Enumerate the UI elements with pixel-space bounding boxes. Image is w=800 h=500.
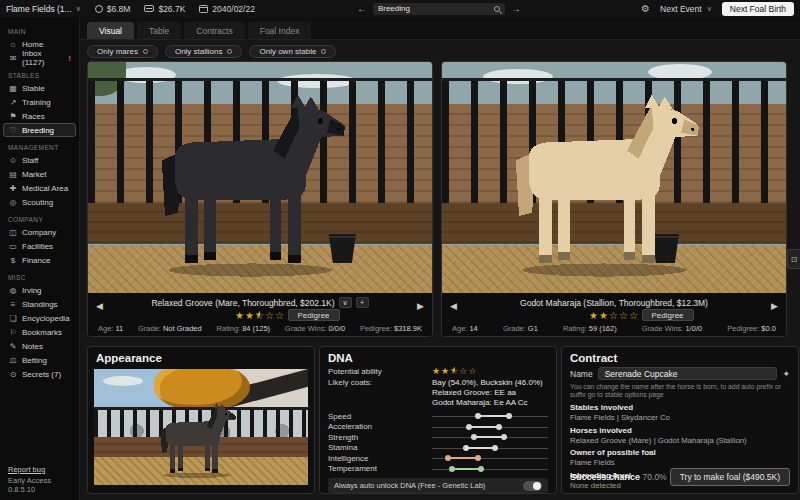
stat-age: Age:14	[452, 324, 478, 333]
sidebar-item-finance[interactable]: $Finance	[3, 253, 76, 267]
filter-toggle-icon	[143, 49, 148, 54]
sidebar-item-medical-area[interactable]: ✚Medical Area	[3, 181, 76, 195]
horse-name-row: Relaxed Groove (Mare, Thoroughbred, $202…	[88, 296, 432, 309]
foal-sprite	[147, 399, 255, 480]
sidebar-item-label: Scouting	[22, 198, 53, 207]
stable-selector[interactable]: Flame Fields (1... ∨	[6, 4, 81, 14]
stat-grade: Grade:Not Graded	[138, 324, 202, 333]
search-icon	[494, 6, 500, 12]
filter-only-mares[interactable]: Only mares	[87, 45, 158, 58]
auto-unlock-toggle[interactable]	[523, 481, 542, 491]
horse-caption: ◀ ▶ Relaxed Groove (Mare, Thoroughbred, …	[88, 293, 432, 336]
next-foal-birth-button[interactable]: Next Foal Birth	[722, 2, 794, 16]
wallet-icon	[144, 5, 154, 12]
horse-scene	[88, 62, 432, 293]
inbox-alert-badge: !	[68, 54, 71, 63]
search-area: ← Breeding →	[357, 3, 521, 15]
inbox-icon: ✉	[8, 54, 18, 63]
standings-icon: ≡	[8, 300, 18, 309]
sidebar-item-inbox-1127[interactable]: ✉Inbox (1127)!	[3, 51, 76, 65]
slider-dot-max	[501, 434, 507, 440]
sidebar-item-label: Secrets (7)	[22, 370, 61, 379]
settings-gear-icon[interactable]: ⚙	[641, 3, 650, 14]
filter-only-stallions[interactable]: Only stallions	[165, 45, 243, 58]
sidebar-item-breeding[interactable]: ♡Breeding	[3, 123, 76, 137]
horse-stats: Age:11Grade:Not GradedRating:84 (125)Gra…	[88, 322, 432, 333]
side-panel-toggle-button[interactable]: ⊡	[787, 249, 800, 269]
tab-contracts[interactable]: Contracts	[184, 22, 244, 39]
market-icon: ▤	[8, 170, 18, 179]
horse-caption: ◀ ▶ Godot Maharaja (Stallion, Thoroughbr…	[442, 293, 786, 336]
dna-slider-acceleration: Acceleration	[328, 422, 548, 433]
success-chance-label: Success chance 70.0%	[570, 472, 667, 482]
slider-track	[432, 453, 548, 463]
success-chance-value: 70.0%	[643, 472, 667, 482]
sidebar-item-label: Encyclopedia	[22, 314, 70, 323]
go-button[interactable]: →	[511, 4, 521, 14]
sidebar-item-label: Training	[22, 98, 51, 107]
slider-dot-min	[466, 424, 472, 430]
sidebar-item-stable[interactable]: ▦Stable	[3, 81, 76, 95]
sidebar-item-scouting[interactable]: ◎Scouting	[3, 195, 76, 209]
sidebar-item-label: Betting	[22, 356, 47, 365]
potential-ability-row: Potential ability ★★☆★☆☆	[328, 367, 548, 376]
sidebar-item-label: Staff	[22, 156, 38, 165]
training-icon: ↗	[8, 98, 18, 107]
horse-stats: Age:14Grade:G1Rating:59 (162)Grade Wins:…	[442, 322, 786, 333]
try-make-foal-button[interactable]: Try to make foal ($490.5K)	[670, 468, 790, 486]
random-name-icon[interactable]: ✦	[782, 369, 790, 379]
horses-involved-label: Horses involved	[570, 426, 790, 435]
calendar-icon	[199, 5, 208, 13]
sidebar-item-bookmarks[interactable]: ⚐Bookmarks	[3, 325, 76, 339]
sidebar-item-betting[interactable]: ⚖Betting	[3, 353, 76, 367]
app-window: Flame Fields (1... ∨ $6.8M $26.7K 2040/0…	[0, 0, 800, 500]
report-bug-link[interactable]: Report bug	[8, 465, 79, 474]
slider-dot-max	[506, 413, 512, 419]
coat-line: Relaxed Groove: EE aa	[432, 388, 543, 398]
staff-icon: ☺	[8, 156, 18, 165]
contract-title: Contract	[570, 347, 790, 367]
pedigree-button[interactable]: Pedigree	[642, 309, 694, 321]
filter-only-own-stable[interactable]: Only own stable	[249, 45, 336, 58]
horse-name-row: Godot Maharaja (Stallion, Thoroughbred, …	[442, 296, 786, 309]
slider-dot-max	[496, 424, 502, 430]
horse-dropdown-button[interactable]: ∨	[339, 297, 352, 308]
foal-name-value: Serenade Cupcake	[605, 369, 678, 379]
filter-bar: Only maresOnly stallionsOnly own stable	[87, 45, 336, 58]
sidebar-item-staff[interactable]: ☺Staff	[3, 153, 76, 167]
slider-label: Stamina	[328, 443, 432, 452]
sidebar-item-market[interactable]: ▤Market	[3, 167, 76, 181]
sidebar-section-title: STABLES	[8, 72, 76, 79]
sidebar-nav: MAIN⌂Home✉Inbox (1127)!STABLES▦Stable↗Tr…	[3, 28, 76, 381]
tab-visual[interactable]: Visual	[87, 22, 134, 39]
sidebar-item-facilities[interactable]: ▭Facilities	[3, 239, 76, 253]
likely-coats-row: Likely coats: Bay (54.0%), Buckskin (46.…	[328, 378, 548, 408]
search-input[interactable]: Breeding	[378, 4, 490, 13]
stat-grade: Grade:G1	[503, 324, 538, 333]
appearance-title: Appearance	[88, 347, 314, 367]
add-horse-button[interactable]: +	[356, 297, 369, 308]
sidebar-item-races[interactable]: ⚑Races	[3, 109, 76, 123]
dna-slider-intelligence: Intelligence	[328, 453, 548, 464]
search-box[interactable]: Breeding	[373, 3, 505, 15]
foal-name-input[interactable]: Serenade Cupcake	[598, 367, 778, 380]
tab-table[interactable]: Table	[137, 22, 181, 39]
sidebar-item-secrets-7[interactable]: ⊙Secrets (7)	[3, 367, 76, 381]
sidebar-item-training[interactable]: ↗Training	[3, 95, 76, 109]
sidebar-item-standings[interactable]: ≡Standings	[3, 297, 76, 311]
tab-foal-index[interactable]: Foal Index	[248, 22, 312, 39]
sidebar-item-notes[interactable]: ✎Notes	[3, 339, 76, 353]
next-event-dropdown[interactable]: Next Event ∨	[660, 4, 712, 14]
races-icon: ⚑	[8, 112, 18, 121]
stat-grade-wins: Grade Wins:0/0/0	[285, 324, 345, 333]
sidebar-item-label: Notes	[22, 342, 43, 351]
sidebar-item-encyclopedia[interactable]: ❏Encyclopedia	[3, 311, 76, 325]
sidebar-item-label: Company	[22, 228, 56, 237]
back-button[interactable]: ←	[357, 4, 367, 14]
topbar: Flame Fields (1... ∨ $6.8M $26.7K 2040/0…	[0, 0, 800, 17]
pedigree-button[interactable]: Pedigree	[288, 309, 340, 321]
stat-pedigree: Pedigree:$318.9K	[360, 324, 422, 333]
sidebar-item-company[interactable]: ◫Company	[3, 225, 76, 239]
contract-name-row: Name Serenade Cupcake ✦	[570, 367, 790, 380]
sidebar-item-irving[interactable]: ◍Irving	[3, 283, 76, 297]
